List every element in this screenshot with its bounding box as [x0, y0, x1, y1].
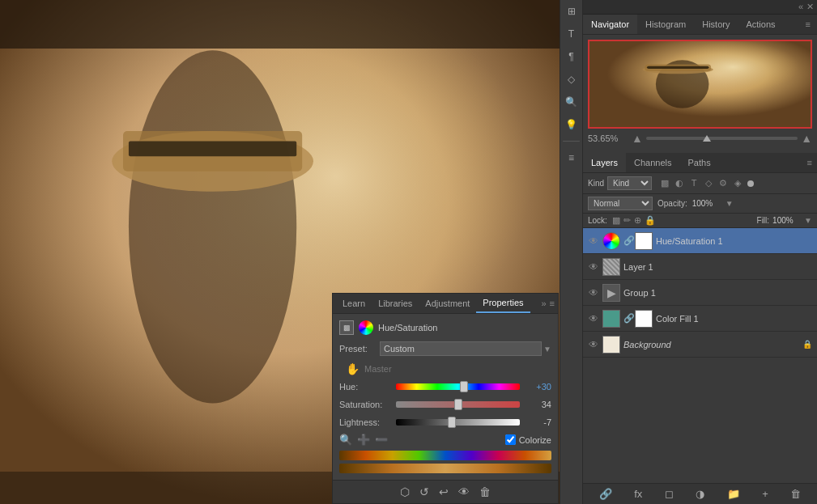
reset-icon[interactable]: ↩ [439, 485, 449, 498]
visibility-icon[interactable]: 👁 [458, 485, 470, 498]
navigator-menu-icon[interactable]: ≡ [799, 19, 817, 29]
delete-layer-icon[interactable]: 🗑 [790, 488, 801, 500]
new-layer-icon[interactable]: + [762, 488, 768, 500]
tab-properties[interactable]: Properties [476, 294, 530, 313]
layers-menu-icon[interactable]: ≡ [807, 158, 812, 167]
layer-visibility-icon[interactable]: 👁 [588, 287, 599, 299]
layer-item[interactable]: 👁 Background 🔒 [583, 332, 817, 358]
zoom-slider-thumb[interactable] [703, 135, 711, 142]
text-tool[interactable]: T [564, 26, 580, 42]
eyedropper-icon[interactable]: 🔍 [339, 434, 352, 446]
layer-chain-icon[interactable]: 🔗 [623, 313, 632, 324]
zoom-in-icon[interactable]: ▲ [801, 132, 812, 145]
new-group-icon[interactable]: 📁 [727, 488, 740, 500]
layer-chain-icon[interactable]: 🔗 [623, 235, 632, 246]
layer-filter-icons: ▩ ◐ T ◇ ⚙ ◈ [658, 178, 744, 188]
menu-icon[interactable]: ≡ [550, 299, 555, 308]
hue-slider[interactable] [396, 380, 520, 393]
tab-adjustment[interactable]: Adjustment [419, 294, 476, 312]
hue-row: Hue: +30 [339, 380, 551, 393]
filter-kind-select[interactable]: Kind [607, 176, 652, 190]
layer-name: Color Fill 1 [656, 314, 812, 324]
layer-item[interactable]: 👁 🔗 Color Fill 1 [583, 306, 817, 332]
lightness-slider[interactable] [396, 416, 520, 429]
zoom-tool[interactable]: 🔍 [564, 94, 580, 110]
layers-tab-bar: Layers Channels Paths ≡ [583, 153, 817, 173]
filter-pixel-icon[interactable]: ▩ [658, 178, 671, 188]
collapse-panels-icon[interactable]: « [798, 2, 803, 12]
svg-rect-7 [129, 141, 296, 156]
delete-icon[interactable]: 🗑 [479, 485, 491, 498]
tab-channels[interactable]: Channels [626, 153, 679, 172]
layer-name: Background [623, 340, 799, 349]
layer-mask-thumb[interactable] [635, 310, 653, 328]
lock-label: Lock: [588, 216, 607, 225]
layer-visibility-icon[interactable]: 👁 [588, 313, 599, 324]
add-mask-icon[interactable]: ◻ [665, 488, 674, 500]
tab-actions[interactable]: Actions [738, 15, 783, 34]
lock-transparency-icon[interactable]: ▩ [612, 215, 620, 226]
layer-thumbnail [602, 232, 620, 250]
layer-item[interactable]: 👁 Layer 1 [583, 254, 817, 280]
tab-layers[interactable]: Layers [583, 153, 626, 172]
grid-tool[interactable]: ⊞ [564, 3, 580, 19]
colorize-checkbox[interactable] [505, 434, 516, 445]
panel-chevron[interactable]: » ≡ [541, 299, 555, 308]
filter-smart2-icon[interactable]: ◈ [731, 178, 744, 188]
layer-item[interactable]: 👁 ▶ Group 1 [583, 280, 817, 306]
layer-visibility-icon[interactable]: 👁 [588, 235, 599, 247]
link-layers-icon[interactable]: 🔗 [599, 488, 612, 500]
tab-learn[interactable]: Learn [336, 294, 372, 312]
tab-histogram[interactable]: Histogram [637, 15, 694, 34]
layer-item[interactable]: 👁 🔗 Hue/Saturation 1 [583, 228, 817, 254]
lock-row: Lock: ▩ ✏ ⊕ 🔒 Fill: 100% ▼ [583, 214, 817, 228]
panel-title: Hue/Saturation [378, 323, 437, 332]
eyedropper-sub-icon[interactable]: ➖ [375, 434, 388, 446]
zoom-out-icon[interactable]: ▲ [632, 132, 643, 145]
shape-tool[interactable]: ◇ [564, 71, 580, 87]
eyedropper-add-icon[interactable]: ➕ [357, 434, 370, 446]
layer-visibility-icon[interactable]: 👁 [588, 261, 599, 273]
undo-icon[interactable]: ↺ [419, 485, 429, 498]
zoom-percentage: 53.65% [588, 133, 628, 143]
layer-effects-icon[interactable]: fx [634, 488, 642, 500]
fill-dropdown[interactable]: ▼ [804, 216, 812, 225]
colorize-checkbox-group[interactable]: Colorize [505, 434, 551, 445]
filter-smart-icon[interactable]: ⚙ [717, 178, 730, 188]
saturation-slider[interactable] [396, 398, 520, 411]
lock-artboard-icon[interactable]: ⊕ [634, 215, 641, 226]
preset-dropdown-icon: ▼ [543, 345, 551, 354]
paragraph-tool[interactable]: ¶ [564, 49, 580, 65]
svg-point-4 [129, 50, 296, 403]
opacity-dropdown[interactable]: ▼ [726, 199, 734, 208]
layer-thumbnail [602, 336, 620, 354]
filter-adjust-icon[interactable]: ◐ [673, 178, 686, 188]
lock-paint-icon[interactable]: ✏ [623, 215, 631, 226]
tab-history[interactable]: History [694, 15, 738, 34]
filter-text-icon[interactable]: T [687, 178, 700, 188]
lightness-value: -7 [523, 417, 551, 427]
tab-paths[interactable]: Paths [680, 153, 719, 172]
tab-libraries[interactable]: Libraries [372, 294, 419, 312]
lightness-thumb[interactable] [448, 417, 456, 428]
hue-thumb[interactable] [460, 381, 468, 392]
light-tool[interactable]: 💡 [564, 116, 580, 133]
blend-mode-select[interactable]: Normal [588, 197, 653, 210]
preset-select[interactable]: Custom [380, 341, 542, 356]
clip-icon[interactable]: ⬡ [400, 485, 410, 498]
zoom-slider[interactable] [646, 137, 798, 140]
filter-toggle-dot[interactable] [747, 180, 754, 187]
filter-shape-icon[interactable]: ◇ [702, 178, 715, 188]
colorize-label: Colorize [519, 435, 551, 445]
saturation-thumb[interactable] [454, 399, 462, 410]
navigator-preview-image [589, 41, 811, 127]
svg-rect-13 [647, 66, 708, 69]
lock-position-icon[interactable]: 🔒 [645, 215, 656, 226]
layer-visibility-icon[interactable]: 👁 [588, 339, 599, 350]
new-fill-icon[interactable]: ◑ [696, 488, 704, 500]
layer-mask-thumb[interactable] [635, 232, 653, 250]
menu-tool[interactable]: ≡ [564, 150, 580, 166]
close-panels-icon[interactable]: ✕ [806, 2, 814, 12]
hue-saturation-header: ▩ Hue/Saturation [339, 320, 551, 335]
tab-navigator[interactable]: Navigator [583, 15, 637, 34]
